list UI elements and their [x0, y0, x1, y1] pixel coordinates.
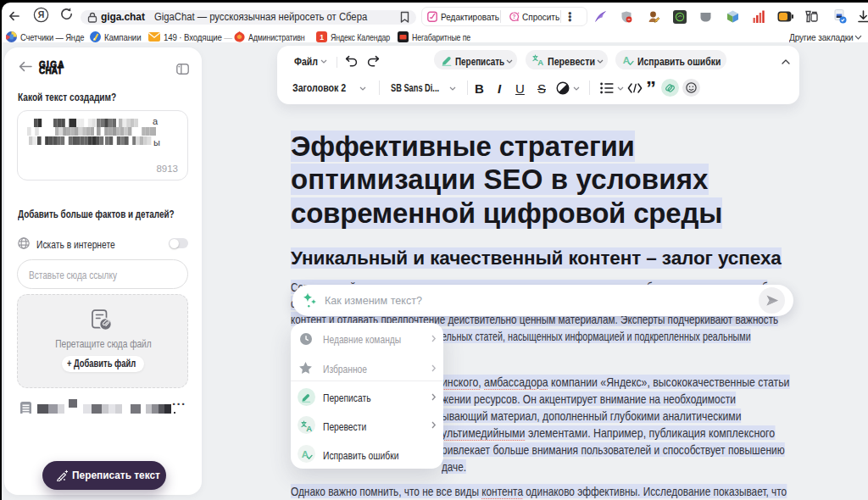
svg-text:?: ? — [512, 14, 515, 19]
svg-text:1: 1 — [320, 33, 324, 42]
svg-text:A: A — [537, 58, 543, 66]
svg-text:Я: Я — [38, 9, 45, 19]
svg-text:A: A — [306, 424, 312, 432]
